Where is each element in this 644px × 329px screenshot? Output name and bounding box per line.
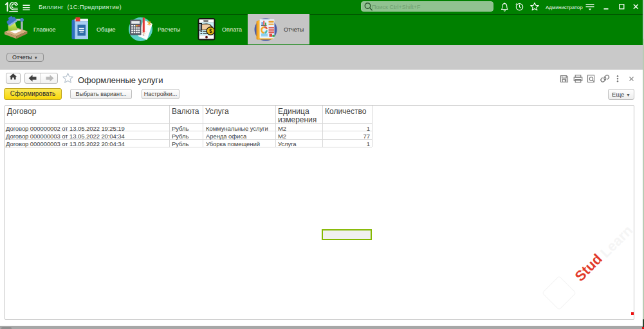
svg-text:$: $	[209, 28, 212, 34]
